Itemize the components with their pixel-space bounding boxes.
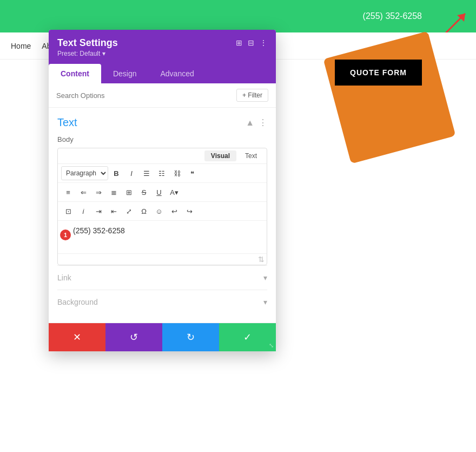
modal-footer: ✕ ↺ ↻ ✓ ⤡ xyxy=(49,323,276,351)
outdent-button[interactable]: ⇤ xyxy=(107,204,121,218)
tab-visual[interactable]: Visual xyxy=(204,150,236,161)
step-badge: 1 xyxy=(60,230,71,240)
editor-resize-handle[interactable]: ⇅ xyxy=(58,253,267,265)
modal-preset[interactable]: Preset: Default ▾ xyxy=(57,50,118,57)
text-section-title: Text xyxy=(57,116,77,129)
redo-editor-button[interactable]: ↪ xyxy=(182,204,196,218)
special-char-button[interactable]: Ω xyxy=(137,204,151,218)
resize-icon: ⇅ xyxy=(258,255,265,264)
modal-tabs: Content Design Advanced xyxy=(49,64,276,83)
undo-button[interactable]: ↩ xyxy=(167,204,181,218)
tab-design[interactable]: Design xyxy=(101,64,149,83)
toolbar-row-2: ≡ ⇐ ⇒ ≣ ⊞ S U A▾ xyxy=(58,183,267,202)
more-options-icon[interactable]: ⋮ xyxy=(260,38,267,47)
modal-header-icons: ⊞ ⊟ ⋮ xyxy=(236,37,267,47)
tab-text[interactable]: Text xyxy=(239,150,263,161)
text-color-button[interactable]: A▾ xyxy=(167,185,181,199)
toolbar-row-1: Paragraph Heading 1 Heading 2 Heading 3 … xyxy=(58,164,267,183)
table-button[interactable]: ⊞ xyxy=(122,185,136,199)
fullscreen-editor-button[interactable]: ⤢ xyxy=(122,204,136,218)
save-button[interactable]: ✓ xyxy=(219,323,276,351)
website-header: (255) 352-6258 xyxy=(0,0,476,32)
emoji-button[interactable]: ☺ xyxy=(152,204,166,218)
modal-header: Text Settings Preset: Default ▾ ⊞ ⊟ ⋮ xyxy=(49,30,276,64)
tab-advanced[interactable]: Advanced xyxy=(148,64,206,83)
underline-button[interactable]: U xyxy=(152,185,166,199)
search-input[interactable] xyxy=(56,91,232,100)
section-menu-icon[interactable]: ⋮ xyxy=(259,117,267,128)
link-section-label: Link xyxy=(57,273,71,282)
italic-button[interactable]: I xyxy=(124,166,138,180)
editor-content-wrapper: 1 (255) 352-6258 xyxy=(64,226,260,235)
unordered-list-button[interactable]: ☰ xyxy=(140,166,154,180)
modal-title: Text Settings xyxy=(57,37,118,49)
nav-home[interactable]: Home xyxy=(11,42,31,50)
modal-title-area: Text Settings Preset: Default ▾ xyxy=(57,37,118,57)
search-bar: + Filter xyxy=(49,83,276,108)
editor-mode-tabs: Visual Text xyxy=(58,148,267,164)
website-phone: (255) 352-6258 xyxy=(363,11,422,21)
redo-button[interactable]: ↻ xyxy=(162,323,219,351)
body-label: Body xyxy=(57,135,267,143)
reset-button[interactable]: ↺ xyxy=(105,323,162,351)
strikethrough-button[interactable]: S xyxy=(137,185,151,199)
filter-button[interactable]: + Filter xyxy=(236,89,268,102)
cancel-button[interactable]: ✕ xyxy=(49,323,105,351)
paragraph-format-select[interactable]: Paragraph Heading 1 Heading 2 Heading 3 xyxy=(61,166,108,180)
align-right-button[interactable]: ⇒ xyxy=(91,185,105,199)
link-section[interactable]: Link ▾ xyxy=(57,265,267,290)
link-button[interactable]: ⛓ xyxy=(170,166,184,180)
link-chevron-icon: ▾ xyxy=(263,273,267,282)
quote-form-button[interactable]: QUOTE FORM xyxy=(335,60,422,86)
background-chevron-icon: ▾ xyxy=(263,298,267,306)
rich-text-editor: Visual Text Paragraph Heading 1 Heading … xyxy=(57,148,267,265)
section-controls: ▲ ⋮ xyxy=(246,117,267,128)
fullscreen-icon[interactable]: ⊞ xyxy=(236,38,242,47)
align-left-button[interactable]: ≡ xyxy=(61,185,75,199)
toolbar-row-3: ⊡ i ⇥ ⇤ ⤢ Ω ☺ ↩ ↪ xyxy=(58,202,267,221)
modal-body: Text ▲ ⋮ Body Visual Text Paragraph Head… xyxy=(49,108,276,323)
indent-button[interactable]: ⇥ xyxy=(91,204,105,218)
collapse-section-icon[interactable]: ▲ xyxy=(246,118,254,128)
ordered-list-button[interactable]: ☷ xyxy=(155,166,169,180)
justify-button[interactable]: ≣ xyxy=(107,185,121,199)
text-section-header: Text ▲ ⋮ xyxy=(57,116,267,129)
editor-content-area[interactable]: 1 (255) 352-6258 xyxy=(58,221,267,253)
subscript-button[interactable]: i xyxy=(76,204,90,218)
editor-text: (255) 352-6258 xyxy=(73,226,125,235)
split-icon[interactable]: ⊟ xyxy=(248,38,254,47)
paste-button[interactable]: ⊡ xyxy=(61,204,75,218)
bold-button[interactable]: B xyxy=(109,166,123,180)
background-section[interactable]: Background ▾ xyxy=(57,290,267,314)
align-center-button[interactable]: ⇐ xyxy=(76,185,90,199)
background-section-label: Background xyxy=(57,298,98,306)
modal-resize-handle[interactable]: ⤡ xyxy=(269,342,274,349)
text-settings-modal: Text Settings Preset: Default ▾ ⊞ ⊟ ⋮ Co… xyxy=(49,30,276,351)
tab-content[interactable]: Content xyxy=(49,64,101,83)
blockquote-button[interactable]: ❝ xyxy=(185,166,199,180)
